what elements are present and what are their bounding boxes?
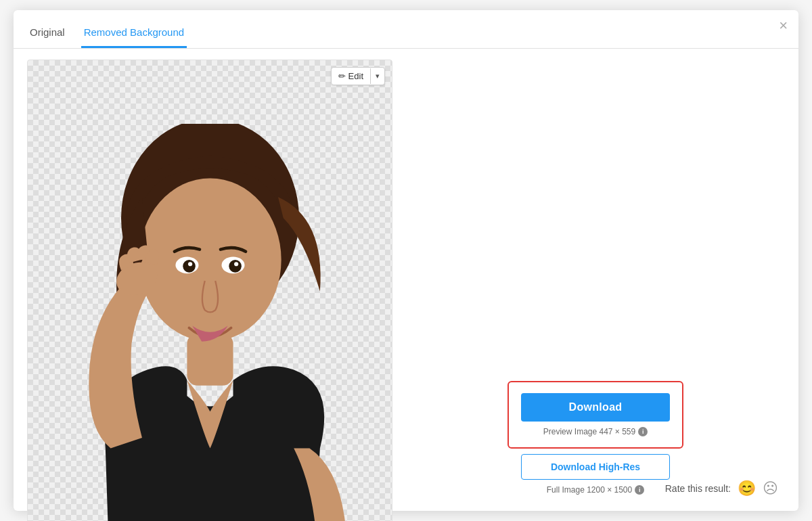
modal-body: ✏ Edit ▾ (14, 49, 798, 521)
happy-icon[interactable]: 😊 (738, 480, 756, 497)
close-button[interactable]: × (779, 18, 788, 33)
sad-icon[interactable]: ☹ (763, 480, 778, 497)
tab-removed-background[interactable]: Removed Background (81, 21, 187, 48)
preview-info-icon[interactable]: i (638, 427, 648, 436)
person-image (28, 60, 392, 521)
rate-label: Rate this result: (665, 483, 731, 494)
svg-point-1 (139, 179, 281, 342)
preview-text-label: Preview Image 447 × 559 (543, 427, 635, 436)
modal-header: Original Removed Background × (14, 10, 798, 49)
modal-container: Original Removed Background × ✏ Edit ▾ (14, 10, 798, 511)
svg-point-6 (183, 260, 196, 273)
rate-section: Rate this result: 😊 ☹ (665, 480, 778, 497)
person-svg (43, 124, 378, 521)
download-button[interactable]: Download (521, 393, 670, 422)
right-panel: Download Preview Image 447 × 559 i Downl… (406, 60, 785, 521)
full-image-info: Full Image 1200 × 1500 i (547, 485, 644, 495)
full-image-info-icon[interactable]: i (635, 485, 644, 495)
image-panel: ✏ Edit ▾ (27, 60, 392, 521)
download-highlight-box: Download Preview Image 447 × 559 i (508, 381, 683, 449)
preview-info: Preview Image 447 × 559 i (543, 427, 648, 436)
download-hires-button[interactable]: Download High-Res (521, 454, 670, 480)
edit-button-group: ✏ Edit ▾ (331, 67, 385, 85)
full-image-text-label: Full Image 1200 × 1500 (547, 485, 632, 495)
svg-point-8 (188, 262, 192, 266)
edit-button[interactable]: ✏ Edit (332, 68, 370, 85)
svg-point-7 (229, 260, 242, 273)
edit-dropdown-arrow[interactable]: ▾ (370, 68, 384, 84)
svg-rect-2 (187, 334, 233, 386)
svg-point-9 (234, 262, 238, 266)
tab-original[interactable]: Original (27, 21, 68, 48)
